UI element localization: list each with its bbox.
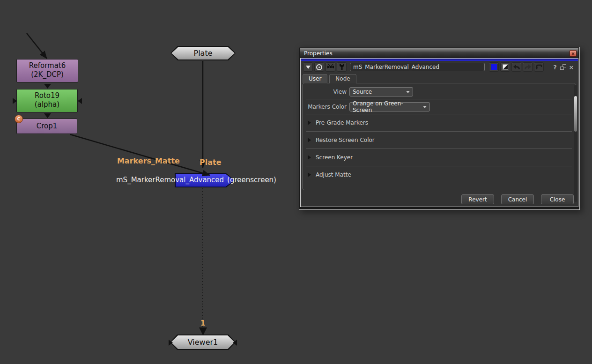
chevron-down-icon xyxy=(406,91,410,93)
chevron-right-icon xyxy=(308,120,311,125)
node-plate[interactable]: Plate xyxy=(170,46,236,60)
view-label: View xyxy=(305,89,347,95)
help-button[interactable]: ? xyxy=(551,64,559,71)
markers-color-label: Markers Color xyxy=(305,104,347,110)
input-label-markers-matte: Markers_Matte xyxy=(117,156,180,165)
arrow-reformat6-to-roto19 xyxy=(44,84,51,89)
section-label: Adjust Matte xyxy=(316,171,351,178)
node-name-field[interactable] xyxy=(350,63,485,71)
node-label: Crop1 xyxy=(37,122,58,130)
redo-button[interactable] xyxy=(523,62,533,72)
color-panel-toggle-button[interactable] xyxy=(500,62,510,72)
scrollbar[interactable] xyxy=(574,85,577,202)
view-row: View Source xyxy=(303,84,576,99)
split-color-icon xyxy=(503,64,508,70)
center-in-node-graph-button[interactable] xyxy=(314,62,324,72)
properties-titlebar[interactable]: Properties × xyxy=(300,48,578,58)
section-label: Screen Keyer xyxy=(316,154,353,161)
wire-into-reformat6 xyxy=(27,33,47,59)
redo-arrow-icon xyxy=(524,64,532,70)
node-menu-button[interactable] xyxy=(303,62,313,72)
section-label: Restore Screen Color xyxy=(316,137,375,143)
view-dropdown-value: Source xyxy=(353,89,372,95)
section-adjust-matte[interactable]: Adjust Matte xyxy=(303,166,576,183)
marker-removal-node-label: mS_MarkerRemoval_Advanced(greenscreen) xyxy=(116,176,276,184)
view-dropdown[interactable]: Source xyxy=(349,87,413,97)
chevron-down-icon xyxy=(423,106,427,108)
undo-arrow-icon xyxy=(513,64,520,70)
revert-knobs-button[interactable] xyxy=(534,62,544,72)
undo-button[interactable] xyxy=(511,62,521,72)
revert-button[interactable]: Revert xyxy=(461,194,494,204)
node-roto19[interactable]: Roto19 (alpha) xyxy=(16,89,78,112)
window-close-button[interactable]: × xyxy=(570,50,577,57)
node-label: Plate xyxy=(171,47,235,59)
roto19-right-input-arrow xyxy=(78,98,82,104)
crop-indicator-badge: C xyxy=(15,115,23,123)
panel-close-button[interactable]: × xyxy=(568,64,575,71)
markers-color-dropdown[interactable]: Orange on Green-Screen xyxy=(349,102,430,111)
input-label-plate: Plate xyxy=(200,158,222,167)
tab-node[interactable]: Node xyxy=(329,74,356,83)
chevron-right-icon xyxy=(308,172,311,177)
section-pre-grade-markers[interactable]: Pre-Grade Markers xyxy=(303,114,576,131)
parameters-area: View Source Markers Color Orange on Gree… xyxy=(302,83,576,190)
node-suffix-text: (greenscreen) xyxy=(227,176,276,184)
node-label: Reformat6 xyxy=(17,61,78,70)
node-crop1[interactable]: C Crop1 xyxy=(16,119,77,134)
arrow-roto19-to-crop1 xyxy=(44,113,51,118)
node-label: Viewer1 xyxy=(171,335,235,349)
window-square-icon xyxy=(560,67,564,70)
properties-window: Properties × xyxy=(299,47,580,210)
close-button[interactable]: Close xyxy=(541,194,574,204)
cancel-button[interactable]: Cancel xyxy=(501,194,534,204)
node-header-toolbar: ? × xyxy=(301,61,578,73)
gizmo-wrench-button[interactable] xyxy=(337,62,347,72)
markers-color-row: Markers Color Orange on Green-Screen xyxy=(303,99,576,114)
tab-user[interactable]: User xyxy=(303,74,327,83)
chevron-right-icon xyxy=(308,138,311,142)
chevron-right-icon xyxy=(308,155,311,160)
node-sublabel: (2K_DCP) xyxy=(17,70,78,79)
node-sublabel: (alpha) xyxy=(17,100,77,109)
markers-color-dropdown-value: Orange on Green-Screen xyxy=(353,100,419,113)
target-circle-icon xyxy=(316,64,322,70)
window-title: Properties xyxy=(304,50,570,57)
wrench-icon xyxy=(339,63,345,71)
blue-color-swatch-icon xyxy=(491,64,497,70)
wire-crop1-to-marker-removal xyxy=(70,134,210,175)
hide-input-button[interactable] xyxy=(326,62,335,72)
node-label: Roto19 xyxy=(17,91,77,100)
properties-body: ? × User Node View Source Markers Color … xyxy=(300,58,578,207)
node-name-text: mS_MarkerRemoval_Advanced xyxy=(116,176,224,184)
section-screen-keyer[interactable]: Screen Keyer xyxy=(303,149,576,166)
node-reformat6[interactable]: Reformat6 (2K_DCP) xyxy=(16,59,78,82)
chevron-down-icon xyxy=(306,66,311,69)
loop-arrow-icon xyxy=(535,64,542,70)
node-viewer1[interactable]: Viewer1 xyxy=(170,334,236,350)
tab-bar: User Node xyxy=(303,74,578,83)
footer-button-row: Revert Cancel Close xyxy=(301,190,578,204)
section-restore-screen-color[interactable]: Restore Screen Color xyxy=(303,132,576,149)
viewer-input-number: 1 xyxy=(200,319,205,327)
float-window-button[interactable] xyxy=(560,64,566,70)
scrollbar-thumb[interactable] xyxy=(574,96,577,132)
node-color-swatch-button[interactable] xyxy=(489,62,499,72)
section-label: Pre-Grade Markers xyxy=(316,119,368,126)
monitor-icon xyxy=(326,64,335,70)
